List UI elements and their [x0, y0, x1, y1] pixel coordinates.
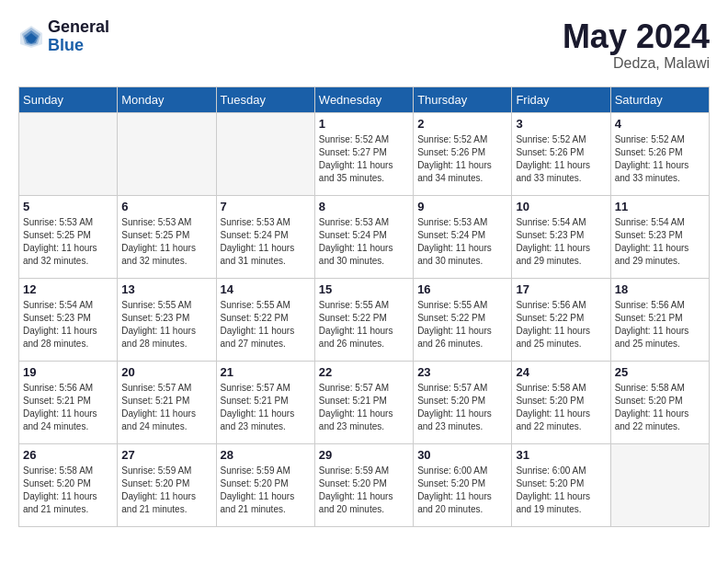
weekday-header: Thursday	[414, 86, 512, 112]
week-row: 19Sunrise: 5:56 AMSunset: 5:21 PMDayligh…	[19, 361, 710, 443]
day-info: Sunrise: 5:56 AMSunset: 5:21 PMDaylight:…	[23, 382, 113, 433]
day-info: Sunrise: 5:56 AMSunset: 5:22 PMDaylight:…	[516, 299, 606, 350]
logo: General Blue	[18, 18, 109, 55]
week-row: 5Sunrise: 5:53 AMSunset: 5:25 PMDaylight…	[19, 195, 710, 278]
calendar-cell: 26Sunrise: 5:58 AMSunset: 5:20 PMDayligh…	[19, 443, 118, 526]
day-info: Sunrise: 5:55 AMSunset: 5:22 PMDaylight:…	[221, 299, 311, 350]
day-info: Sunrise: 5:59 AMSunset: 5:20 PMDaylight:…	[319, 465, 409, 516]
day-number: 8	[319, 200, 409, 213]
calendar-cell: 14Sunrise: 5:55 AMSunset: 5:22 PMDayligh…	[216, 278, 314, 361]
day-number: 15	[319, 282, 409, 296]
day-number: 22	[319, 365, 409, 379]
calendar-cell	[118, 112, 216, 195]
weekday-header: Tuesday	[216, 86, 314, 112]
day-number: 17	[516, 282, 606, 296]
day-info: Sunrise: 5:55 AMSunset: 5:22 PMDaylight:…	[417, 299, 507, 350]
day-info: Sunrise: 5:57 AMSunset: 5:21 PMDaylight:…	[221, 382, 311, 433]
calendar-cell: 31Sunrise: 6:00 AMSunset: 5:20 PMDayligh…	[512, 443, 610, 526]
day-info: Sunrise: 5:56 AMSunset: 5:21 PMDaylight:…	[615, 299, 705, 350]
calendar-cell: 6Sunrise: 5:53 AMSunset: 5:25 PMDaylight…	[118, 195, 216, 278]
calendar-cell: 2Sunrise: 5:52 AMSunset: 5:26 PMDaylight…	[414, 112, 512, 195]
day-info: Sunrise: 5:57 AMSunset: 5:21 PMDaylight:…	[121, 382, 211, 433]
day-info: Sunrise: 5:59 AMSunset: 5:20 PMDaylight:…	[221, 465, 311, 516]
calendar-cell	[610, 443, 709, 526]
day-number: 1	[319, 117, 409, 131]
calendar-cell: 29Sunrise: 5:59 AMSunset: 5:20 PMDayligh…	[314, 443, 413, 526]
day-info: Sunrise: 5:53 AMSunset: 5:24 PMDaylight:…	[221, 216, 311, 268]
calendar-cell: 16Sunrise: 5:55 AMSunset: 5:22 PMDayligh…	[414, 278, 512, 361]
title-block: May 2024 Dedza, Malawi	[563, 18, 710, 72]
day-info: Sunrise: 5:54 AMSunset: 5:23 PMDaylight:…	[615, 216, 705, 268]
calendar-cell: 8Sunrise: 5:53 AMSunset: 5:24 PMDaylight…	[314, 195, 413, 278]
week-row: 26Sunrise: 5:58 AMSunset: 5:20 PMDayligh…	[19, 443, 710, 526]
calendar-cell: 28Sunrise: 5:59 AMSunset: 5:20 PMDayligh…	[216, 443, 314, 526]
calendar-cell: 10Sunrise: 5:54 AMSunset: 5:23 PMDayligh…	[512, 195, 610, 278]
day-number: 21	[221, 365, 311, 379]
day-number: 12	[23, 282, 113, 296]
day-number: 10	[516, 200, 606, 213]
calendar-cell: 1Sunrise: 5:52 AMSunset: 5:27 PMDaylight…	[314, 112, 413, 195]
day-info: Sunrise: 5:58 AMSunset: 5:20 PMDaylight:…	[615, 382, 705, 433]
calendar-cell: 12Sunrise: 5:54 AMSunset: 5:23 PMDayligh…	[19, 278, 118, 361]
calendar-cell: 22Sunrise: 5:57 AMSunset: 5:21 PMDayligh…	[314, 361, 413, 443]
day-number: 4	[615, 117, 705, 131]
day-number: 13	[121, 282, 211, 296]
calendar-cell: 7Sunrise: 5:53 AMSunset: 5:24 PMDaylight…	[216, 195, 314, 278]
calendar-cell: 19Sunrise: 5:56 AMSunset: 5:21 PMDayligh…	[19, 361, 118, 443]
day-info: Sunrise: 5:58 AMSunset: 5:20 PMDaylight:…	[516, 382, 606, 433]
calendar-cell: 24Sunrise: 5:58 AMSunset: 5:20 PMDayligh…	[512, 361, 610, 443]
weekday-header: Friday	[512, 86, 610, 112]
calendar-cell	[19, 112, 118, 195]
weekday-header: Wednesday	[314, 86, 413, 112]
day-number: 5	[23, 200, 113, 213]
page-header: General Blue May 2024 Dedza, Malawi	[18, 18, 710, 72]
day-info: Sunrise: 5:59 AMSunset: 5:20 PMDaylight:…	[121, 465, 211, 516]
day-info: Sunrise: 5:54 AMSunset: 5:23 PMDaylight:…	[516, 216, 606, 268]
weekday-header: Monday	[118, 86, 216, 112]
day-info: Sunrise: 5:57 AMSunset: 5:20 PMDaylight:…	[417, 382, 507, 433]
week-row: 1Sunrise: 5:52 AMSunset: 5:27 PMDaylight…	[19, 112, 710, 195]
day-number: 19	[23, 365, 113, 379]
calendar-cell: 21Sunrise: 5:57 AMSunset: 5:21 PMDayligh…	[216, 361, 314, 443]
day-info: Sunrise: 5:53 AMSunset: 5:24 PMDaylight:…	[417, 216, 507, 268]
day-number: 23	[417, 365, 507, 379]
calendar-cell	[216, 112, 314, 195]
day-info: Sunrise: 5:53 AMSunset: 5:25 PMDaylight:…	[23, 216, 113, 268]
day-number: 31	[516, 448, 606, 462]
day-number: 9	[417, 200, 507, 213]
calendar-cell: 17Sunrise: 5:56 AMSunset: 5:22 PMDayligh…	[512, 278, 610, 361]
day-number: 7	[221, 200, 311, 213]
day-info: Sunrise: 5:52 AMSunset: 5:26 PMDaylight:…	[417, 133, 507, 185]
day-number: 11	[615, 200, 705, 213]
calendar-cell: 23Sunrise: 5:57 AMSunset: 5:20 PMDayligh…	[414, 361, 512, 443]
location: Dedza, Malawi	[563, 55, 710, 72]
calendar-cell: 5Sunrise: 5:53 AMSunset: 5:25 PMDaylight…	[19, 195, 118, 278]
month-year: May 2024	[563, 18, 710, 55]
day-info: Sunrise: 5:54 AMSunset: 5:23 PMDaylight:…	[23, 299, 113, 350]
calendar-table: SundayMondayTuesdayWednesdayThursdayFrid…	[18, 86, 710, 527]
day-number: 6	[121, 200, 211, 213]
weekday-header: Saturday	[610, 86, 709, 112]
day-info: Sunrise: 5:53 AMSunset: 5:24 PMDaylight:…	[319, 216, 409, 268]
calendar-cell: 20Sunrise: 5:57 AMSunset: 5:21 PMDayligh…	[118, 361, 216, 443]
day-info: Sunrise: 5:58 AMSunset: 5:20 PMDaylight:…	[23, 465, 113, 516]
calendar-cell: 18Sunrise: 5:56 AMSunset: 5:21 PMDayligh…	[610, 278, 709, 361]
calendar-cell: 30Sunrise: 6:00 AMSunset: 5:20 PMDayligh…	[414, 443, 512, 526]
day-number: 25	[615, 365, 705, 379]
calendar-cell: 9Sunrise: 5:53 AMSunset: 5:24 PMDaylight…	[414, 195, 512, 278]
day-number: 2	[417, 117, 507, 131]
day-number: 14	[221, 282, 311, 296]
day-info: Sunrise: 6:00 AMSunset: 5:20 PMDaylight:…	[516, 465, 606, 516]
day-number: 20	[121, 365, 211, 379]
week-row: 12Sunrise: 5:54 AMSunset: 5:23 PMDayligh…	[19, 278, 710, 361]
logo-icon	[18, 24, 44, 50]
calendar-cell: 4Sunrise: 5:52 AMSunset: 5:26 PMDaylight…	[610, 112, 709, 195]
day-info: Sunrise: 5:52 AMSunset: 5:26 PMDaylight:…	[516, 133, 606, 185]
day-info: Sunrise: 5:55 AMSunset: 5:23 PMDaylight:…	[121, 299, 211, 350]
weekday-header-row: SundayMondayTuesdayWednesdayThursdayFrid…	[19, 86, 710, 112]
day-number: 28	[221, 448, 311, 462]
day-info: Sunrise: 5:52 AMSunset: 5:26 PMDaylight:…	[615, 133, 705, 185]
logo-text: General Blue	[48, 18, 109, 55]
day-number: 18	[615, 282, 705, 296]
day-number: 16	[417, 282, 507, 296]
